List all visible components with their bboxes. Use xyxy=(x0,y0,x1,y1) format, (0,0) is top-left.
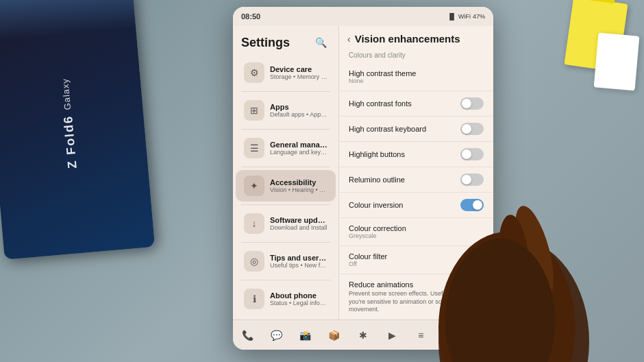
about-text: About phone Status • Legal information •… xyxy=(270,291,327,306)
divider-3 xyxy=(241,167,330,167)
model-name: Z Fold6 xyxy=(61,114,80,169)
settings-item-accessibility[interactable]: ✦ Accessibility Vision • Hearing • Dexte… xyxy=(236,170,336,202)
settings-item-device-care[interactable]: ⚙ Device care Storage • Memory • App pro… xyxy=(236,57,336,88)
high-contrast-theme-left: High contrast theme None xyxy=(349,69,484,84)
settings-header: Settings 🔍 xyxy=(233,26,338,56)
high-contrast-theme-sub: None xyxy=(349,77,484,84)
apps-icon: ⊞ xyxy=(244,100,264,121)
apps-title: Apps xyxy=(270,103,327,111)
general-text: General management Language and keyboard… xyxy=(270,141,327,156)
tips-icon: ◎ xyxy=(244,251,264,272)
lego-block-white xyxy=(594,33,640,91)
wifi-icon: WiFi xyxy=(458,13,471,20)
software-title: Software update xyxy=(270,216,327,224)
software-icon: ↓ xyxy=(244,213,264,234)
high-contrast-theme-title: High contrast theme xyxy=(349,69,484,77)
accessibility-subtitle: Vision • Hearing • Dexterity xyxy=(270,186,327,193)
general-title: General management xyxy=(270,141,327,149)
status-time: 08:50 xyxy=(241,12,260,21)
hand-svg xyxy=(425,149,603,362)
about-icon: ℹ xyxy=(244,289,264,309)
tips-subtitle: Useful tips • New features xyxy=(270,262,327,269)
apps-subtitle: Default apps • App settings xyxy=(270,111,327,118)
divider-5 xyxy=(241,242,330,243)
settings-item-tips[interactable]: ◎ Tips and user guide Useful tips • New … xyxy=(236,245,336,277)
settings-list: ⚙ Device care Storage • Memory • App pro… xyxy=(233,56,338,315)
device-care-text: Device care Storage • Memory • App prote… xyxy=(270,65,327,80)
high-contrast-fonts-left: High contrast fonts xyxy=(349,99,455,108)
nav-bixby-icon[interactable]: ✱ xyxy=(354,326,373,345)
general-icon: ☰ xyxy=(244,138,264,158)
status-icons: ▐▌ WiFi 47% xyxy=(447,13,485,20)
nav-play-icon[interactable]: ▶ xyxy=(382,326,401,345)
settings-item-about[interactable]: ℹ About phone Status • Legal information… xyxy=(236,283,336,315)
brand-logo: Galaxy xyxy=(60,77,73,110)
divider-4 xyxy=(241,204,330,205)
battery-text: 47% xyxy=(473,13,485,20)
apps-text: Apps Default apps • App settings xyxy=(270,103,327,118)
divider-1 xyxy=(241,91,330,92)
hand-overlay xyxy=(425,149,603,362)
divider-2 xyxy=(241,129,330,130)
about-subtitle: Status • Legal information • Phone name xyxy=(270,300,327,306)
settings-panel: Settings 🔍 ⚙ Device care Storage • Memor… xyxy=(233,26,339,319)
nav-phone-icon[interactable]: 📞 xyxy=(238,326,257,345)
vision-header: ‹ Vision enhancements xyxy=(339,26,493,49)
vision-item-high-contrast-keyboard[interactable]: High contrast keyboard xyxy=(339,117,493,142)
tips-text: Tips and user guide Useful tips • New fe… xyxy=(270,254,327,269)
about-title: About phone xyxy=(270,291,327,300)
search-button[interactable]: 🔍 xyxy=(311,33,330,52)
software-text: Software update Download and Install xyxy=(270,216,327,231)
device-care-title: Device care xyxy=(270,65,327,73)
tips-title: Tips and user guide xyxy=(270,254,327,262)
product-box: Galaxy Z Fold6 xyxy=(0,0,155,260)
settings-item-software[interactable]: ↓ Software update Download and Install xyxy=(236,208,336,239)
vision-title: Vision enhancements xyxy=(355,33,460,45)
high-contrast-keyboard-title: High contrast keyboard xyxy=(349,125,455,133)
general-subtitle: Language and keyboard • Date and time xyxy=(270,149,327,156)
divider-6 xyxy=(241,280,330,280)
back-button[interactable]: ‹ xyxy=(347,34,351,45)
vision-item-high-contrast-theme[interactable]: High contrast theme None xyxy=(339,63,493,91)
accessibility-icon: ✦ xyxy=(244,176,264,196)
high-contrast-keyboard-left: High contrast keyboard xyxy=(349,125,455,133)
software-subtitle: Download and Install xyxy=(270,224,327,231)
accessibility-title: Accessibility xyxy=(270,178,327,186)
nav-camera-icon[interactable]: 📸 xyxy=(296,326,315,345)
status-bar: 08:50 ▐▌ WiFi 47% xyxy=(233,7,493,26)
high-contrast-keyboard-toggle[interactable] xyxy=(460,123,484,135)
settings-item-apps[interactable]: ⊞ Apps Default apps • App settings xyxy=(236,95,336,126)
search-icon: 🔍 xyxy=(315,37,327,48)
high-contrast-fonts-title: High contrast fonts xyxy=(349,99,455,108)
vision-item-high-contrast-fonts[interactable]: High contrast fonts xyxy=(339,91,493,117)
high-contrast-fonts-toggle[interactable] xyxy=(460,97,484,110)
colours-clarity-label: Colours and clarity xyxy=(339,49,493,63)
device-care-icon: ⚙ xyxy=(244,62,264,83)
settings-item-general[interactable]: ☰ General management Language and keyboa… xyxy=(236,132,336,164)
settings-title: Settings xyxy=(241,36,290,50)
nav-gallery-icon[interactable]: 📦 xyxy=(325,326,344,345)
accessibility-text: Accessibility Vision • Hearing • Dexteri… xyxy=(270,178,327,193)
nav-messages-icon[interactable]: 💬 xyxy=(267,326,286,345)
signal-icon: ▐▌ xyxy=(447,13,456,20)
device-care-subtitle: Storage • Memory • App protection xyxy=(270,73,327,80)
